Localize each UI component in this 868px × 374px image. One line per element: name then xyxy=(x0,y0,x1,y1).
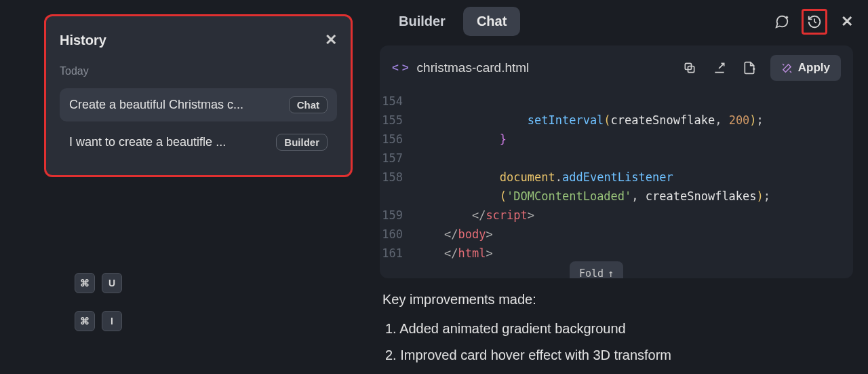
code-line: 161 </html> xyxy=(380,244,853,263)
svg-line-11 xyxy=(790,71,791,72)
line-number: 154 xyxy=(380,92,416,111)
history-item-badge: Chat xyxy=(289,96,328,113)
line-number: 157 xyxy=(380,149,416,168)
line-number: 156 xyxy=(380,130,416,149)
line-number: 158 xyxy=(380,168,416,187)
copy-icon[interactable] xyxy=(681,59,698,77)
history-group-today: Today xyxy=(60,65,337,77)
key-i: I xyxy=(102,311,122,331)
code-content: </html> xyxy=(416,244,493,263)
shortcut-cmd-u: ⌘ U xyxy=(75,273,122,293)
history-item[interactable]: I want to create a beautifle ...Builder xyxy=(60,126,337,159)
fold-label: Fold xyxy=(579,264,604,278)
history-icon[interactable] xyxy=(802,9,827,35)
code-lang-icon: < > xyxy=(392,61,409,75)
code-line: ('DOMContentLoaded', createSnowflakes); xyxy=(380,187,853,206)
code-content: </body> xyxy=(416,225,493,244)
topbar: Builder Chat ✕ xyxy=(380,7,868,45)
code-line: 157 xyxy=(380,149,853,168)
code-pane: < > christmas-card.html Apply xyxy=(380,45,853,278)
code-content: ('DOMContentLoaded', createSnowflakes); xyxy=(416,187,770,206)
svg-line-6 xyxy=(719,63,724,69)
close-panel-icon[interactable]: ✕ xyxy=(841,13,853,31)
tab-builder[interactable]: Builder xyxy=(385,7,459,36)
code-line: 159 </script> xyxy=(380,206,853,225)
key-cmd: ⌘ xyxy=(75,273,95,293)
code-line: 155 setInterval(createSnowflake, 200); xyxy=(380,111,853,130)
line-number xyxy=(380,187,416,206)
tab-chat[interactable]: Chat xyxy=(463,7,520,36)
code-line: 154 xyxy=(380,92,853,111)
line-number: 160 xyxy=(380,225,416,244)
code-line: 156 } xyxy=(380,130,853,149)
code-line: 160 </body> xyxy=(380,225,853,244)
history-item-text: Create a beautiful Christmas c... xyxy=(69,98,279,112)
chat-response: Key improvements made: 1. Added animated… xyxy=(380,278,868,374)
key-u: U xyxy=(102,273,122,293)
shortcut-cmd-i: ⌘ I xyxy=(75,311,122,331)
apply-label: Apply xyxy=(798,61,830,75)
line-number: 159 xyxy=(380,206,416,225)
line-number: 161 xyxy=(380,244,416,263)
history-item[interactable]: Create a beautiful Christmas c...Chat xyxy=(60,88,337,121)
fold-button[interactable]: Fold ↑ xyxy=(570,261,623,278)
chat-list-item: 2. Improved card hover effect with 3D tr… xyxy=(382,348,853,363)
code-line: 158 document.addEventListener xyxy=(380,168,853,187)
new-chat-icon[interactable] xyxy=(773,13,791,31)
chat-list-item: 1. Added animated gradient background xyxy=(382,321,853,337)
history-title: History xyxy=(60,33,106,48)
svg-line-10 xyxy=(783,64,784,65)
history-item-text: I want to create a beautifle ... xyxy=(69,135,267,149)
left-panel: History ✕ Today Create a beautiful Chris… xyxy=(0,0,380,374)
history-item-badge: Builder xyxy=(276,134,328,151)
code-content: setInterval(createSnowflake, 200); xyxy=(416,111,764,130)
insert-icon[interactable] xyxy=(711,59,728,77)
apply-button[interactable]: Apply xyxy=(770,55,841,81)
arrow-up-icon: ↑ xyxy=(608,264,614,278)
close-icon[interactable]: ✕ xyxy=(325,31,337,49)
code-content: document.addEventListener xyxy=(416,168,673,187)
line-number: 155 xyxy=(380,111,416,130)
chat-response-heading: Key improvements made: xyxy=(382,292,853,307)
history-popup: History ✕ Today Create a beautiful Chris… xyxy=(44,14,353,177)
key-cmd: ⌘ xyxy=(75,311,95,331)
code-content: } xyxy=(416,130,507,149)
code-filename: christmas-card.html xyxy=(417,60,530,75)
wand-icon xyxy=(781,62,793,74)
new-file-icon[interactable] xyxy=(741,59,758,77)
svg-line-3 xyxy=(814,22,816,23)
right-panel: Builder Chat ✕ < > christmas-card.html xyxy=(380,0,868,374)
code-body[interactable]: 154155 setInterval(createSnowflake, 200)… xyxy=(380,90,853,278)
code-content: </script> xyxy=(416,206,534,225)
